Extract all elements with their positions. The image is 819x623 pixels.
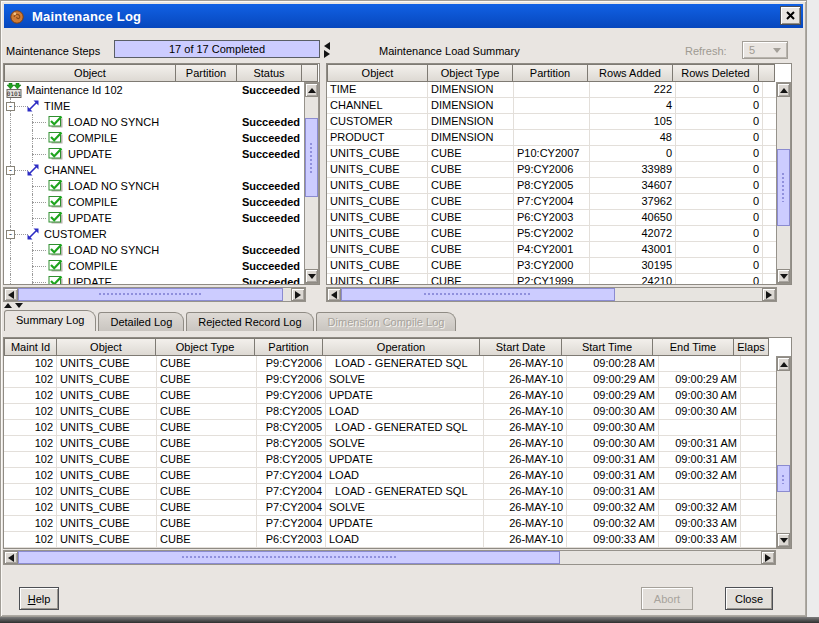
table-row[interactable]: 102UNITS_CUBECUBEP9:CY2006 LOAD - GENERA… <box>4 356 776 372</box>
title-bar[interactable]: Maintenance Log <box>4 4 803 28</box>
tab-summary-log[interactable]: Summary Log <box>4 310 96 331</box>
column-header-rows-deleted[interactable]: Rows Deleted <box>672 64 759 82</box>
column-header-object-type[interactable]: Object Type <box>427 64 513 82</box>
table-row[interactable]: 102UNITS_CUBECUBEP8:CY2005SOLVE26-MAY-10… <box>4 436 776 452</box>
scroll-left-button[interactable] <box>327 288 341 301</box>
tree-row[interactable]: UPDATESucceeded <box>4 274 304 284</box>
tab-detailed-log[interactable]: Detailed Log <box>98 312 184 331</box>
column-header-status[interactable]: Status <box>236 64 302 82</box>
tree-row[interactable]: LOAD NO SYNCHSucceeded <box>4 114 304 130</box>
table-row[interactable]: 102UNITS_CUBECUBEP9:CY2006UPDATE26-MAY-1… <box>4 388 776 404</box>
scroll-down-button[interactable] <box>777 533 790 547</box>
scroll-thumb[interactable] <box>305 118 318 197</box>
table-row[interactable]: CUSTOMERDIMENSION1050 <box>327 114 776 130</box>
tree-row[interactable]: LOAD NO SYNCHSucceeded <box>4 242 304 258</box>
summary-vertical-scrollbar[interactable] <box>776 82 791 284</box>
column-header-operation[interactable]: Operation <box>322 338 480 356</box>
scroll-up-button[interactable] <box>777 357 790 371</box>
scroll-left-button[interactable] <box>4 551 18 564</box>
table-row[interactable]: UNITS_CUBECUBEP6:CY2003406500 <box>327 210 776 226</box>
collapse-left-icon[interactable] <box>324 42 330 50</box>
abort-button[interactable]: Abort <box>641 587 693 610</box>
tree-row[interactable]: -TIME <box>4 98 304 114</box>
summary-horizontal-scrollbar[interactable] <box>326 287 777 302</box>
table-row[interactable]: UNITS_CUBECUBEP4:CY2001430010 <box>327 242 776 258</box>
table-row[interactable]: UNITS_CUBECUBEP10:CY200700 <box>327 146 776 162</box>
column-header-start-time[interactable]: Start Time <box>561 338 653 356</box>
tree-row[interactable]: UPDATESucceeded <box>4 146 304 162</box>
log-horizontal-scrollbar[interactable] <box>3 550 776 565</box>
collapse-down-icon[interactable] <box>15 303 23 308</box>
tab-rejected-record-log[interactable]: Rejected Record Log <box>186 312 313 331</box>
column-header-partition[interactable]: Partition <box>254 338 323 356</box>
help-button[interactable]: Help <box>19 587 59 610</box>
tree-expander[interactable]: - <box>6 166 15 175</box>
scroll-right-button[interactable] <box>761 551 775 564</box>
table-row[interactable]: 102UNITS_CUBECUBEP9:CY2006SOLVE26-MAY-10… <box>4 372 776 388</box>
tree-guide <box>32 282 46 283</box>
column-header-object[interactable]: Object <box>327 64 428 82</box>
scroll-thumb[interactable] <box>18 288 283 301</box>
collapse-right-icon[interactable] <box>324 50 330 58</box>
table-row[interactable]: 102UNITS_CUBECUBEP6:CY2003LOAD26-MAY-100… <box>4 532 776 548</box>
table-row[interactable]: PRODUCTDIMENSION480 <box>327 130 776 146</box>
column-header-object-type[interactable]: Object Type <box>155 338 255 356</box>
tree-vertical-scrollbar[interactable] <box>304 82 319 284</box>
table-row[interactable]: UNITS_CUBECUBEP2:CY1999242100 <box>327 274 776 284</box>
tree-horizontal-scrollbar[interactable] <box>3 287 306 302</box>
log-vertical-scrollbar[interactable] <box>776 356 791 548</box>
tab-dimension-compile-log[interactable]: Dimension Compile Log <box>316 312 457 331</box>
column-header-rows-added[interactable]: Rows Added <box>587 64 673 82</box>
column-header-partition[interactable]: Partition <box>512 64 588 82</box>
tree-expander[interactable]: - <box>6 230 15 239</box>
column-header-object[interactable]: Object <box>4 64 176 82</box>
scroll-right-button[interactable] <box>291 288 305 301</box>
pane-splitter-control[interactable] <box>323 42 331 58</box>
tree-row[interactable]: UPDATESucceeded <box>4 210 304 226</box>
tree-expander[interactable]: - <box>6 102 15 111</box>
scroll-left-button[interactable] <box>4 288 18 301</box>
table-row[interactable]: CHANNELDIMENSION40 <box>327 98 776 114</box>
scroll-right-button[interactable] <box>762 288 776 301</box>
table-row[interactable]: 102UNITS_CUBECUBEP7:CY2004 LOAD - GENERA… <box>4 484 776 500</box>
tree-row[interactable]: 0101Maintenance Id 102Succeeded <box>4 82 304 98</box>
scroll-thumb[interactable] <box>18 551 560 564</box>
column-header-elaps[interactable]: Elaps <box>733 338 769 356</box>
column-header-end-time[interactable]: End Time <box>652 338 734 356</box>
table-row[interactable]: UNITS_CUBECUBEP7:CY2004379620 <box>327 194 776 210</box>
tree-splitter-control[interactable] <box>4 303 23 308</box>
column-header-partition[interactable]: Partition <box>175 64 237 82</box>
scroll-up-button[interactable] <box>305 83 318 97</box>
table-row[interactable]: UNITS_CUBECUBEP8:CY2005346070 <box>327 178 776 194</box>
collapse-up-icon[interactable] <box>4 303 12 308</box>
table-row[interactable]: 102UNITS_CUBECUBEP8:CY2005LOAD26-MAY-100… <box>4 404 776 420</box>
scroll-down-button[interactable] <box>777 269 790 283</box>
table-row[interactable]: 102UNITS_CUBECUBEP7:CY2004LOAD26-MAY-100… <box>4 468 776 484</box>
tree-row[interactable]: COMPILESucceeded <box>4 258 304 274</box>
scroll-up-button[interactable] <box>777 83 790 97</box>
tree-row[interactable]: -CUSTOMER <box>4 226 304 242</box>
column-header-object[interactable]: Object <box>56 338 156 356</box>
table-row[interactable]: TIMEDIMENSION2220 <box>327 82 776 98</box>
table-row[interactable]: UNITS_CUBECUBEP3:CY2000301950 <box>327 258 776 274</box>
scroll-thumb[interactable] <box>777 149 790 226</box>
column-header-maint-id[interactable]: Maint Id <box>4 338 57 356</box>
titlebar-close-button[interactable] <box>780 6 801 25</box>
tree-row[interactable]: COMPILESucceeded <box>4 194 304 210</box>
tree-row[interactable]: -CHANNEL <box>4 162 304 178</box>
table-row[interactable]: 102UNITS_CUBECUBEP8:CY2005 LOAD - GENERA… <box>4 420 776 436</box>
table-row[interactable]: 102UNITS_CUBECUBEP8:CY2005UPDATE26-MAY-1… <box>4 452 776 468</box>
scroll-down-button[interactable] <box>305 269 318 283</box>
refresh-interval-select[interactable]: 5 <box>742 41 788 59</box>
table-row[interactable]: 102UNITS_CUBECUBEP7:CY2004SOLVE26-MAY-10… <box>4 500 776 516</box>
close-button[interactable]: Close <box>725 587 773 610</box>
scroll-thumb[interactable] <box>341 288 615 301</box>
table-row[interactable]: 102UNITS_CUBECUBEP7:CY2004UPDATE26-MAY-1… <box>4 516 776 532</box>
maintenance-steps-label: Maintenance Steps <box>6 45 100 57</box>
table-row[interactable]: UNITS_CUBECUBEP9:CY2006339890 <box>327 162 776 178</box>
table-row[interactable]: UNITS_CUBECUBEP5:CY2002420720 <box>327 226 776 242</box>
scroll-thumb[interactable] <box>777 465 790 493</box>
tree-row[interactable]: COMPILESucceeded <box>4 130 304 146</box>
tree-row[interactable]: LOAD NO SYNCHSucceeded <box>4 178 304 194</box>
column-header-start-date[interactable]: Start Date <box>479 338 562 356</box>
